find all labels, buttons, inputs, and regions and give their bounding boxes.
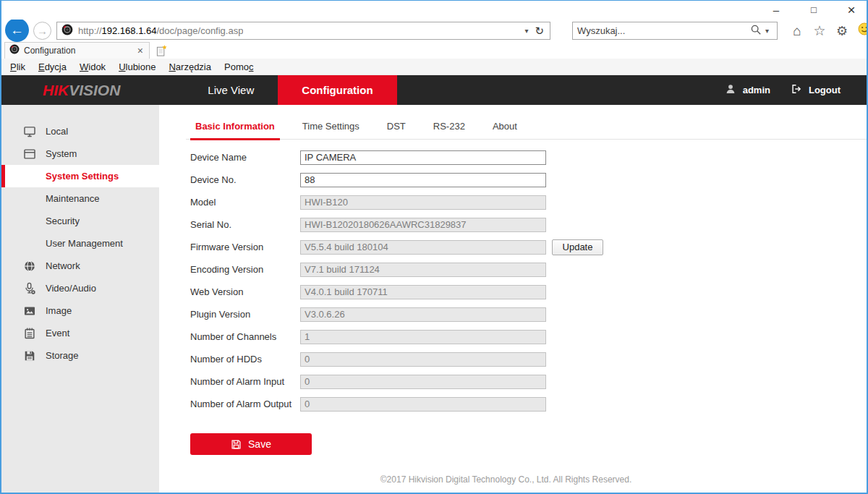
sidebar: Local System System Settings Maintenance… [1, 105, 159, 493]
form-row: Plugin Version [190, 307, 867, 322]
sidebar-item-label: Video/Audio [46, 283, 96, 294]
form-row: Number of HDDs [190, 352, 867, 367]
device-no-input[interactable] [300, 173, 546, 187]
serial-no-input [300, 218, 546, 232]
menu-item-narzedzia[interactable]: Narzędzia [162, 61, 218, 72]
field-label: Serial No. [190, 219, 300, 230]
field-label: Model [190, 197, 300, 208]
tab-dst[interactable]: DST [382, 116, 411, 139]
sidebar-item-local[interactable]: Local [1, 120, 159, 142]
form-row: Firmware Version Update [190, 239, 867, 255]
sidebar-item-label: System [46, 148, 77, 159]
tab-rs-232[interactable]: RS-232 [428, 116, 470, 139]
form-row: Serial No. [190, 217, 867, 232]
nav-configuration[interactable]: Configuration [278, 75, 396, 105]
menu-item-ulubione[interactable]: Ulubione [112, 61, 162, 72]
feedback-smiley-icon[interactable] [856, 22, 868, 39]
sidebar-item-event[interactable]: Event [1, 322, 159, 344]
main-content: Basic Information Time Settings DST RS-2… [159, 105, 867, 493]
monitor-icon [23, 125, 36, 138]
new-tab-button[interactable] [153, 42, 171, 59]
field-label: Number of HDDs [190, 354, 300, 365]
title-bar: – □ × [1, 1, 867, 20]
menu-item-pomoc[interactable]: Pomoc [218, 61, 260, 72]
form-row: Device No. [190, 172, 867, 187]
maximize-button[interactable]: □ [806, 2, 822, 18]
field-label: Number of Alarm Output [190, 399, 300, 409]
form-row: Number of Alarm Output [190, 396, 867, 412]
field-label: Device No. [190, 174, 300, 185]
sidebar-item-label: Maintenance [46, 193, 99, 204]
settings-tabbar: Basic Information Time Settings DST RS-2… [186, 116, 867, 140]
forward-button[interactable]: → [33, 22, 51, 40]
sidebar-item-maintenance[interactable]: Maintenance [1, 187, 159, 210]
basic-information-form: Device Name Device No. Model Serial No. … [190, 150, 867, 455]
field-label: Firmware Version [190, 242, 300, 252]
sidebar-item-label: User Management [46, 238, 123, 249]
close-button[interactable]: × [843, 2, 859, 18]
form-row: Number of Channels [190, 329, 867, 344]
browser-nav-row: ← → http://192.168.1.64/doc/page/config.… [1, 20, 867, 42]
tab-basic-information[interactable]: Basic Information [190, 116, 280, 140]
sidebar-item-image[interactable]: Image [1, 299, 159, 322]
model-input [300, 195, 546, 210]
sidebar-item-user-management[interactable]: User Management [1, 232, 159, 255]
tab-time-settings[interactable]: Time Settings [297, 116, 365, 139]
tab-favicon-icon [9, 44, 20, 57]
sidebar-item-security[interactable]: Security [1, 210, 159, 232]
form-row: Web Version [190, 284, 867, 299]
nav-live-view[interactable]: Live View [184, 75, 278, 105]
field-label: Web Version [190, 286, 300, 297]
username: admin [743, 85, 770, 95]
sidebar-item-video-audio[interactable]: Video/Audio [1, 277, 159, 299]
search-icon[interactable] [750, 24, 762, 38]
logout-button[interactable]: Logout [809, 85, 841, 95]
search-dropdown-icon[interactable]: ▾ [762, 27, 773, 35]
browser-tab-row: Configuration × [1, 42, 867, 59]
home-icon[interactable]: ⌂ [789, 23, 805, 39]
new-tab-icon [156, 44, 168, 57]
plugin-version-input [300, 307, 546, 322]
tab-about[interactable]: About [488, 116, 522, 139]
logout-icon [790, 83, 802, 98]
sidebar-item-label: Image [46, 305, 72, 316]
app-header: HIKVISION Live View Configuration admin … [1, 75, 867, 105]
browser-tab-configuration[interactable]: Configuration × [4, 42, 150, 59]
field-label: Number of Alarm Input [190, 376, 300, 387]
address-bar[interactable]: http://192.168.1.64/doc/page/config.asp … [56, 22, 550, 40]
num-channels-input [300, 330, 546, 344]
storage-icon [23, 349, 36, 362]
device-name-input[interactable] [300, 150, 546, 165]
settings-gear-icon[interactable]: ⚙ [834, 23, 850, 39]
save-button[interactable]: Save [190, 433, 312, 455]
sidebar-item-label: Storage [46, 350, 79, 361]
globe-icon [23, 260, 36, 273]
copyright-footer: ©2017 Hikvision Digital Technology Co., … [159, 474, 853, 485]
field-label: Device Name [190, 152, 300, 163]
search-placeholder: Wyszukaj... [577, 25, 625, 36]
update-button[interactable]: Update [552, 239, 603, 255]
search-box[interactable]: Wyszukaj... ▾ [572, 22, 778, 40]
favorites-star-icon[interactable]: ☆ [812, 23, 827, 39]
sidebar-item-label: Security [46, 216, 80, 226]
address-dropdown-icon[interactable]: ▾ [521, 27, 532, 35]
sidebar-item-system-settings[interactable]: System Settings [1, 165, 159, 187]
sidebar-item-network[interactable]: Network [1, 255, 159, 277]
menu-item-widok[interactable]: Widok [73, 61, 112, 72]
refresh-icon[interactable]: ↻ [532, 25, 545, 38]
back-icon: ← [10, 22, 24, 38]
user-icon [725, 83, 736, 98]
microphone-icon [23, 282, 36, 295]
sidebar-item-system[interactable]: System [1, 142, 159, 165]
menu-item-plik[interactable]: Plik [4, 61, 32, 72]
hikvision-logo: HIKVISION [43, 82, 120, 99]
minimize-button[interactable]: – [768, 2, 784, 18]
tab-title: Configuration [24, 46, 136, 56]
firmware-version-input [300, 240, 546, 255]
form-row: Encoding Version [190, 262, 867, 277]
menu-item-edycja[interactable]: Edycja [32, 61, 73, 72]
sidebar-item-storage[interactable]: Storage [1, 344, 159, 367]
back-button[interactable]: ← [5, 18, 29, 42]
num-alarm-input-input [300, 375, 546, 389]
tab-close-icon[interactable]: × [136, 45, 145, 56]
